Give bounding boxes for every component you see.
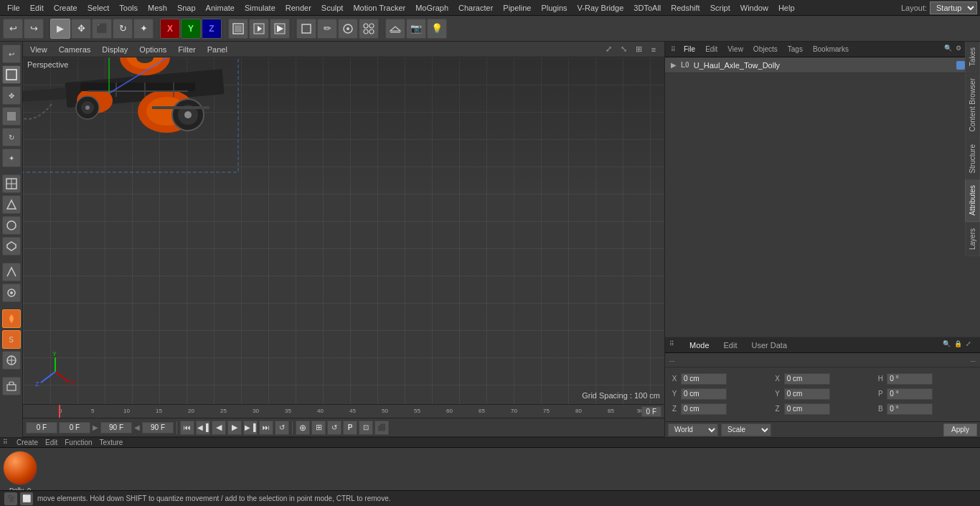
pen-button[interactable]: ✏ [317, 19, 337, 39]
transform-button[interactable]: ✦ [133, 19, 154, 39]
attrs-tab-edit[interactable]: Edit [720, 339, 742, 351]
coord-x1-input[interactable] [681, 373, 727, 385]
mat-menu-edit[interactable]: Edit [43, 438, 60, 447]
menu-snap[interactable]: Snap [173, 2, 200, 14]
axis-z-button[interactable]: Z [202, 19, 222, 39]
left-tool-7[interactable] [2, 195, 21, 214]
left-tool-14[interactable] [2, 351, 21, 370]
menu-pipeline[interactable]: Pipeline [499, 2, 535, 14]
menu-script[interactable]: Script [706, 2, 735, 14]
left-tool-4[interactable]: ↻ [2, 128, 21, 146]
vtab-structure[interactable]: Structure [965, 139, 980, 180]
vp-menu-cameras[interactable]: Cameras [56, 44, 94, 55]
menu-plugins[interactable]: Plugins [537, 2, 571, 14]
left-tool-2[interactable]: ✥ [2, 86, 21, 105]
mat-menu-function[interactable]: Function [62, 438, 94, 447]
menu-select[interactable]: Select [83, 2, 114, 14]
left-tool-11[interactable] [2, 284, 21, 302]
start-frame-input[interactable] [26, 422, 57, 434]
obj-search-icon[interactable]: 🔍 [944, 44, 954, 55]
obj-tab-bookmarks[interactable]: Bookmarks [809, 44, 853, 55]
vp-menu-filter[interactable]: Filter [175, 44, 198, 55]
scale-button[interactable]: ⬛ [92, 19, 112, 39]
vp-menu-panel[interactable]: Panel [204, 44, 230, 55]
coord-x2-input[interactable] [784, 373, 830, 385]
menu-mograph[interactable]: MoGraph [411, 2, 453, 14]
left-tool-9[interactable] [2, 237, 21, 256]
coord-y2-input[interactable] [784, 388, 830, 400]
menu-character[interactable]: Character [454, 2, 497, 14]
camera-button[interactable]: 📷 [406, 19, 426, 39]
transport-end-button[interactable]: ⏭ [259, 421, 273, 435]
vtab-attributes[interactable]: Attributes [965, 179, 980, 222]
array-button[interactable] [359, 19, 379, 39]
material-item[interactable]: Dolly_0 [3, 451, 37, 494]
coord-z1-input[interactable] [681, 403, 727, 415]
coord-h-input[interactable] [887, 373, 933, 385]
left-tool-5[interactable]: ✦ [2, 149, 21, 167]
menu-mesh[interactable]: Mesh [143, 2, 171, 14]
transport-prev-button[interactable]: ◀ [212, 421, 226, 435]
frame-end-input2[interactable] [142, 422, 174, 434]
mat-menu-create[interactable]: Create [14, 438, 40, 447]
left-tool-8[interactable] [2, 216, 21, 235]
viewport-canvas[interactable]: Perspective [23, 57, 664, 404]
apply-button[interactable]: Apply [943, 423, 977, 436]
left-tool-0[interactable]: ↩ [2, 44, 21, 63]
cube-button[interactable] [296, 19, 316, 39]
left-tool-13[interactable]: S [2, 330, 21, 349]
frame-end-input1[interactable] [100, 422, 132, 434]
attrs-tab-userdata[interactable]: User Data [748, 339, 792, 351]
render-region-button[interactable] [228, 19, 248, 39]
frame-start-input2[interactable] [59, 422, 90, 434]
coord-p-input[interactable] [887, 388, 933, 400]
menu-3dtoall[interactable]: 3DToAll [629, 2, 665, 14]
obj-tab-objects[interactable]: Objects [749, 44, 782, 55]
floor-button[interactable] [385, 19, 405, 39]
obj-tab-view[interactable]: View [723, 44, 748, 55]
pb-add-keyframe-button[interactable]: ⊕ [296, 421, 310, 435]
menu-create[interactable]: Create [50, 2, 82, 14]
transport-play-button[interactable]: ▶ [227, 421, 242, 435]
rotate-button[interactable]: ↻ [113, 19, 133, 39]
vp-menu-view[interactable]: View [27, 44, 50, 55]
current-frame-display[interactable]: 0 F [641, 406, 661, 417]
menu-edit[interactable]: Edit [26, 2, 48, 14]
left-tool-1[interactable] [2, 65, 21, 84]
vtab-takes[interactable]: Takes [965, 42, 980, 72]
obj-settings-icon[interactable]: ⚙ [956, 44, 966, 55]
attrs-lock-icon[interactable]: 🔒 [954, 340, 964, 350]
layout-dropdown[interactable]: Startup [930, 1, 977, 14]
menu-help[interactable]: Help [774, 2, 799, 14]
vp-menu-display[interactable]: Display [99, 44, 131, 55]
transport-prev-key-button[interactable]: ◀▐ [196, 421, 210, 435]
left-tool-3[interactable] [2, 107, 21, 126]
move-button[interactable]: ✥ [71, 19, 91, 39]
object-tree[interactable] [665, 73, 980, 337]
world-dropdown[interactable]: World [668, 423, 718, 436]
attrs-maximize-icon[interactable]: ⤢ [966, 340, 976, 350]
menu-motion-tracker[interactable]: Motion Tracker [349, 2, 410, 14]
left-tool-6[interactable] [2, 174, 21, 193]
axis-x-button[interactable]: X [160, 19, 180, 39]
status-cam-icon[interactable]: 🎥 [4, 492, 17, 505]
vp-layout-icon[interactable]: ⊞ [632, 43, 645, 56]
menu-window[interactable]: Window [736, 2, 773, 14]
obj-tab-edit[interactable]: Edit [701, 44, 722, 55]
render-button[interactable] [270, 19, 290, 39]
menu-file[interactable]: File [3, 2, 24, 14]
mat-menu-texture[interactable]: Texture [98, 438, 126, 447]
undo-button[interactable]: ↩ [3, 19, 23, 39]
timeline-ruler[interactable]: 0 5 10 15 20 25 30 35 40 45 50 55 60 65 … [23, 404, 664, 418]
menu-sculpt[interactable]: Sculpt [317, 2, 348, 14]
object-list-item[interactable]: ▶ L0 U_Haul_Axle_Tow_Dolly [665, 57, 980, 73]
menu-vray[interactable]: V-Ray Bridge [573, 2, 628, 14]
obj-tab-tags[interactable]: Tags [783, 44, 807, 55]
vtab-content-browser[interactable]: Content Browser [965, 72, 980, 138]
transport-start-button[interactable]: ⏮ [180, 421, 194, 435]
scale-dropdown[interactable]: Scale [721, 423, 771, 436]
menu-animate[interactable]: Animate [202, 2, 239, 14]
menu-tools[interactable]: Tools [115, 2, 142, 14]
status-box-icon[interactable]: ⬜ [20, 492, 33, 505]
vp-menu-icon[interactable]: ≡ [647, 43, 660, 56]
